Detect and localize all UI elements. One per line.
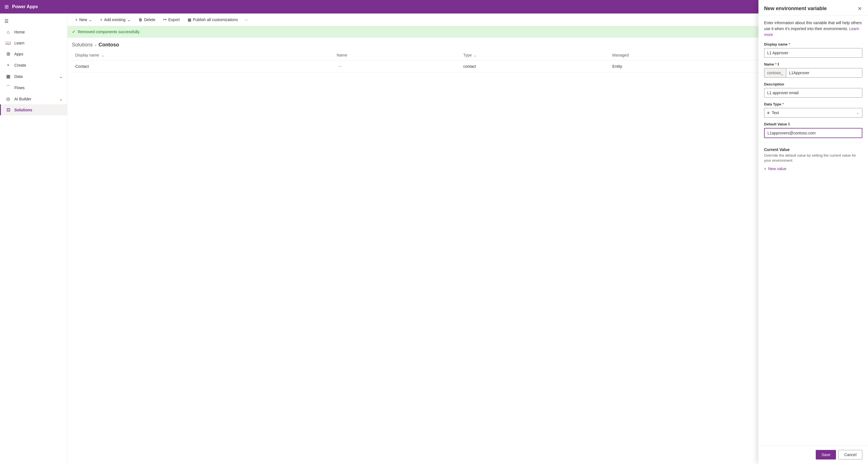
sidebar-item-apps[interactable]: ⊞ Apps (0, 48, 67, 59)
breadcrumb-solutions-link[interactable]: Solutions (72, 42, 93, 48)
sidebar-item-learn[interactable]: 📖 Learn (0, 37, 67, 48)
new-plus-icon: + (75, 18, 78, 22)
new-value-button[interactable]: + New value (764, 167, 786, 171)
description-label-text: Description (764, 82, 862, 86)
panel-title: New environment variable (764, 6, 827, 11)
panel-footer: Save Cancel (758, 445, 868, 464)
table-container: Display name ⌄ Name Type ⌄ Managed (67, 50, 868, 464)
col-managed-label: Managed (612, 53, 629, 57)
col-name: Name (334, 50, 460, 60)
type-sort-icon: ⌄ (474, 53, 477, 57)
data-type-group: Data Type * ≡ Text ⌄ (764, 102, 862, 118)
cell-name: contact (460, 60, 609, 72)
sidebar-label-apps: Apps (14, 52, 23, 56)
data-type-value: Text (772, 111, 854, 115)
new-value-label: New value (768, 167, 786, 171)
sidebar-label-solutions: Solutions (14, 108, 32, 112)
display-name-group: Display name * (764, 42, 862, 58)
breadcrumb-separator: › (95, 43, 96, 47)
sidebar-item-ai-builder[interactable]: ◎ AI Builder ⌄ (0, 93, 67, 104)
name-info-icon[interactable]: ℹ (778, 62, 779, 66)
description-group: Description (764, 82, 862, 97)
cell-more-options: ··· (334, 60, 460, 72)
new-label: New (79, 18, 87, 22)
panel-header: New environment variable ✕ (758, 0, 868, 16)
sidebar-item-flows[interactable]: ⌒ Flows (0, 82, 67, 93)
data-type-chevron-icon: ⌄ (857, 111, 859, 115)
sidebar-label-data: Data (14, 74, 23, 79)
sidebar-item-data[interactable]: ▦ Data ⌄ (0, 71, 67, 82)
data-type-select-display[interactable]: ≡ Text ⌄ (764, 108, 862, 117)
panel-body: Enter information about this variable th… (758, 16, 868, 445)
sidebar: ☰ ⌂ Home 📖 Learn ⊞ Apps ＋ Create ▦ Data … (0, 13, 67, 464)
sidebar-item-home[interactable]: ⌂ Home (0, 27, 67, 37)
description-input[interactable] (764, 88, 862, 97)
delete-icon: 🗑 (138, 18, 143, 22)
sidebar-label-learn: Learn (14, 41, 25, 45)
panel-close-button[interactable]: ✕ (857, 6, 862, 12)
more-icon: ··· (245, 18, 248, 22)
publish-label: Publish all customizations (193, 18, 238, 22)
data-type-select[interactable]: ≡ Text ⌄ (764, 108, 862, 118)
col-type[interactable]: Type ⌄ (460, 50, 609, 60)
save-button[interactable]: Save (816, 450, 836, 460)
cell-display-name: Contact (72, 60, 334, 72)
publish-icon: ▦ (188, 18, 191, 22)
data-type-label-text: Data Type * (764, 102, 862, 106)
ai-builder-icon: ◎ (5, 96, 11, 102)
col-type-label: Type (463, 53, 472, 57)
new-environment-variable-panel: New environment variable ✕ Enter informa… (758, 0, 868, 464)
delete-button[interactable]: 🗑 Delete (135, 16, 159, 24)
default-value-input[interactable] (764, 128, 862, 138)
sidebar-item-solutions[interactable]: ⊡ Solutions (0, 104, 67, 115)
current-value-section: Current Value Override the default value… (764, 147, 862, 171)
solutions-table: Display name ⌄ Name Type ⌄ Managed (72, 50, 864, 72)
col-display-name[interactable]: Display name ⌄ (72, 50, 334, 60)
data-icon: ▦ (5, 74, 11, 79)
sidebar-item-create[interactable]: ＋ Create (0, 59, 67, 71)
app-title: Power Apps (12, 4, 38, 9)
add-existing-chevron-icon: ⌄ (127, 18, 131, 22)
main-layout: ☰ ⌂ Home 📖 Learn ⊞ Apps ＋ Create ▦ Data … (0, 13, 868, 464)
toolbar: + New ⌄ + Add existing ⌄ 🗑 Delete ↤ Expo… (67, 13, 868, 26)
breadcrumb: Solutions › Contoso (67, 37, 868, 50)
display-name-input[interactable] (764, 48, 862, 58)
breadcrumb-current: Contoso (99, 42, 119, 48)
table-row[interactable]: Contact ··· contact Entity 🔒 (72, 60, 864, 72)
more-button[interactable]: ··· (242, 16, 250, 24)
cancel-button[interactable]: Cancel (838, 450, 862, 460)
name-label: Name * ℹ (764, 62, 862, 66)
export-button[interactable]: ↤ Export (160, 16, 183, 24)
current-value-description: Override the default value by setting th… (764, 153, 862, 163)
add-existing-label: Add existing (104, 18, 125, 22)
hamburger-menu[interactable]: ☰ (0, 16, 67, 27)
panel-description: Enter information about this variable th… (764, 20, 862, 38)
default-value-label-text: Default Value ℹ (764, 122, 862, 126)
export-label: Export (168, 18, 180, 22)
hamburger-icon: ☰ (4, 19, 8, 24)
delete-label: Delete (144, 18, 155, 22)
apps-icon: ⊞ (5, 51, 11, 57)
publish-button[interactable]: ▦ Publish all customizations (184, 16, 241, 24)
new-chevron-icon: ⌄ (89, 18, 92, 22)
sidebar-label-create: Create (14, 63, 26, 67)
new-button[interactable]: + New ⌄ (72, 16, 95, 24)
sidebar-label-flows: Flows (14, 86, 25, 90)
default-value-info-icon[interactable]: ℹ (788, 122, 789, 126)
success-icon: ✓ (72, 29, 75, 34)
success-banner: ✓ Removed components successfully. (67, 26, 868, 37)
name-suffix-input[interactable] (786, 68, 862, 77)
learn-icon: 📖 (5, 40, 11, 46)
data-type-select-icon: ≡ (767, 111, 769, 115)
name-field-row: contoso_ (764, 68, 862, 78)
row-more-options-button[interactable]: ··· (337, 63, 344, 69)
grid-icon[interactable]: ⊞ (4, 4, 9, 10)
display-name-label: Display name * (764, 42, 862, 47)
col-display-name-label: Display name (75, 53, 99, 57)
cell-type: Entity (609, 60, 779, 72)
default-value-group: Default Value ℹ (764, 122, 862, 138)
add-existing-button[interactable]: + Add existing ⌄ (97, 16, 134, 24)
data-chevron-icon: ⌄ (59, 74, 63, 79)
new-value-plus-icon: + (764, 167, 766, 171)
content-area: + New ⌄ + Add existing ⌄ 🗑 Delete ↤ Expo… (67, 13, 868, 464)
